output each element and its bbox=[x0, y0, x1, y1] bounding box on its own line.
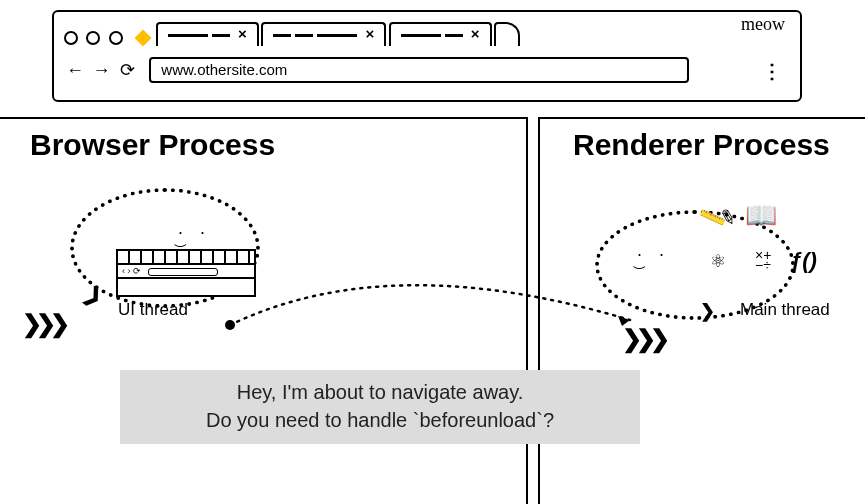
menu-icon[interactable]: ⋮ bbox=[762, 60, 782, 82]
toolbar: ← → ⟳ www.othersite.com bbox=[64, 57, 794, 89]
window-control-icon bbox=[109, 31, 123, 45]
renderer-process-title: Renderer Process bbox=[573, 128, 830, 162]
browser-process-title: Browser Process bbox=[30, 128, 275, 162]
math-ops-icon: ×+−÷ bbox=[755, 250, 771, 270]
smile-icon: ‿ bbox=[175, 232, 185, 247]
close-icon[interactable]: × bbox=[238, 25, 247, 42]
smile-icon: ‿ bbox=[634, 254, 644, 269]
close-icon[interactable]: × bbox=[471, 25, 480, 42]
graph-icon: ⚛ bbox=[710, 250, 726, 272]
address-bar[interactable]: www.othersite.com bbox=[149, 57, 689, 83]
chevrons-icon: ❯❯❯ bbox=[22, 310, 64, 338]
message-line-2: Do you need to handle `beforeunload`? bbox=[130, 406, 630, 434]
window-control-icon bbox=[86, 31, 100, 45]
forward-button[interactable]: → bbox=[90, 60, 112, 81]
chevron-icon: ❯ bbox=[700, 300, 709, 322]
main-thread-label: Main thread bbox=[740, 300, 830, 320]
message-line-1: Hey, I'm about to navigate away. bbox=[130, 378, 630, 406]
reload-button[interactable]: ⟳ bbox=[117, 59, 139, 81]
browser-chrome: × × × meow ← → ⟳ www.othersite.com ⋮ bbox=[52, 10, 802, 102]
tab-2[interactable]: × bbox=[261, 22, 386, 46]
book-icon: 📖 bbox=[745, 200, 777, 231]
new-tab-button[interactable] bbox=[494, 22, 520, 46]
brand-label: meow bbox=[741, 14, 785, 35]
tab-3[interactable]: × bbox=[389, 22, 492, 46]
ui-thread-label: UI thread bbox=[118, 300, 188, 320]
mini-browser-icon: ‹ › ⟳ bbox=[116, 249, 256, 297]
window-control-icon bbox=[64, 31, 78, 45]
close-icon[interactable]: × bbox=[365, 25, 374, 42]
function-icon: ƒ() bbox=[790, 248, 817, 274]
tab-strip: × × × bbox=[64, 22, 794, 50]
active-tab-icon bbox=[135, 29, 152, 46]
back-button[interactable]: ← bbox=[64, 60, 86, 81]
tab-1[interactable]: × bbox=[156, 22, 259, 46]
browser-process-box bbox=[0, 117, 528, 504]
ipc-message-bubble: Hey, I'm about to navigate away. Do you … bbox=[120, 370, 640, 444]
chevrons-icon: ❯❯❯ bbox=[622, 325, 664, 353]
